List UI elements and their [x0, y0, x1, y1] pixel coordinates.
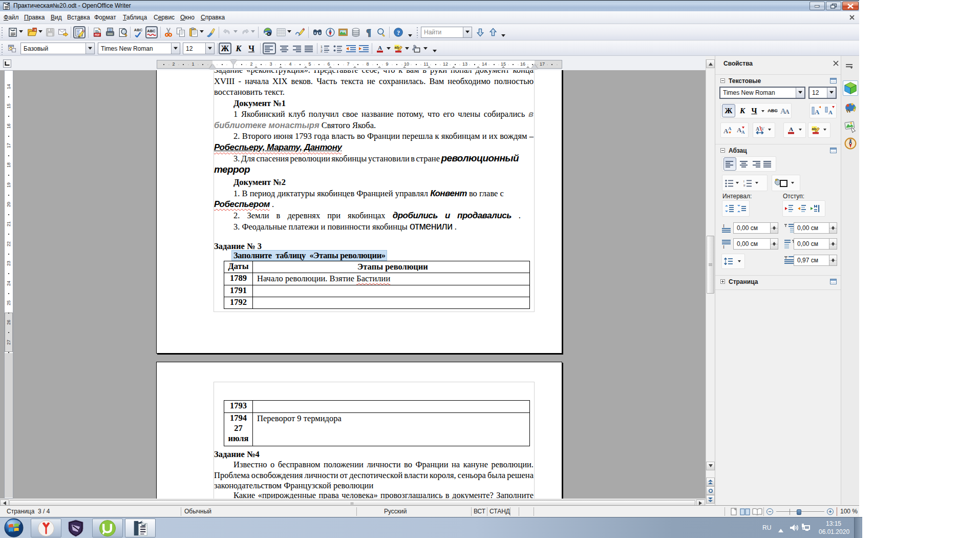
align-left-button[interactable] [263, 43, 276, 54]
table-cell-stage[interactable]: Этапы революции [253, 261, 530, 273]
view-single-page-button[interactable] [729, 508, 738, 516]
table-cell-date[interactable]: 1789 [224, 273, 253, 285]
increase-spacing-button[interactable] [723, 202, 735, 215]
menu-Файл[interactable]: Файл [4, 11, 19, 24]
view-book-button[interactable] [752, 508, 762, 516]
sidebar-font-name-combo-dropdown[interactable] [796, 88, 804, 98]
zoom-button[interactable] [375, 26, 388, 38]
taskbar-app-openoffice-writer[interactable] [125, 519, 156, 537]
character-spacing-dropdown-arrow[interactable] [768, 129, 771, 132]
paragraph-properties-collapse-box[interactable] [720, 148, 725, 153]
table-cell-stage[interactable]: Переворот 9 термидора [253, 413, 530, 446]
vscroll-thumb[interactable] [707, 236, 714, 294]
superscript-button[interactable]: AA [722, 123, 734, 137]
line-spacing-dropdown-arrow[interactable] [738, 260, 741, 264]
document-text-line[interactable]: Какие «прирожденные права человека» пров… [233, 490, 534, 499]
edit-file-button[interactable] [73, 26, 86, 38]
tray-time[interactable]: 13:15 [826, 520, 841, 527]
statusbar-style[interactable]: Обычный [184, 508, 211, 515]
document-text-line[interactable]: Известно о бесправном положении личности… [233, 459, 534, 470]
auto-spellcheck-button[interactable] [145, 26, 158, 38]
first-line-indent-marker[interactable] [230, 60, 237, 65]
redo-dropdown-arrow[interactable] [251, 30, 255, 35]
document-text-line[interactable]: Задание №4 [214, 449, 534, 460]
menu-Сервис[interactable]: Сервис [154, 11, 175, 24]
toolbar-grip[interactable] [1, 44, 4, 55]
taskbar-app-yandex-browser[interactable] [31, 519, 61, 537]
paste-dropdown-arrow[interactable] [200, 30, 204, 35]
paragraph-properties-dialog-launcher[interactable] [830, 148, 837, 153]
sidebar-bold-button[interactable]: Ж [722, 104, 735, 117]
find-toolbar-overflow-arrow[interactable] [501, 34, 505, 39]
document-text-line[interactable]: 3. Для спасения революции якобинцы устан… [233, 153, 519, 164]
document-text-line[interactable]: 1 Якобинский клуб получил свое название … [233, 109, 534, 120]
table-cell-date[interactable]: Даты [224, 261, 253, 273]
scroll-down-button[interactable] [706, 462, 715, 470]
decrease-spacing-button[interactable] [736, 202, 747, 215]
find-next-button[interactable] [474, 26, 486, 38]
text-properties-collapse-box[interactable] [720, 78, 725, 83]
vertical-scrollbar[interactable] [706, 59, 714, 505]
menu-Справка[interactable]: Справка [201, 11, 225, 24]
spacing-below-field-spinner[interactable] [771, 238, 778, 250]
print-preview-button[interactable] [117, 26, 129, 38]
paragraph-background-button[interactable] [774, 176, 789, 190]
statusbar-language[interactable]: Русский [384, 508, 407, 515]
spacing-above-field[interactable]: 0,00 см [733, 222, 771, 234]
copy-button[interactable] [175, 26, 187, 38]
right-indent-marker[interactable] [531, 64, 538, 69]
paste-button[interactable] [187, 26, 200, 38]
align-center-button[interactable] [278, 43, 290, 54]
table-cell-date[interactable]: 179427июля [224, 413, 253, 446]
sidebar-highlighting-button[interactable] [809, 123, 822, 137]
underline-button[interactable]: Ч [245, 43, 258, 54]
export-pdf-button[interactable] [91, 26, 103, 38]
bullet-list-button[interactable] [332, 43, 344, 54]
indent-before-field-spinner[interactable] [829, 222, 837, 234]
hyperlink-button[interactable] [262, 26, 274, 38]
sidebar-case-button[interactable]: AA [780, 104, 791, 117]
sidebar-strikethrough-button[interactable]: ABC [766, 104, 779, 117]
paragraph-background-dropdown-arrow[interactable] [791, 182, 794, 185]
sidebar-numbered-list-button[interactable]: III [742, 176, 753, 190]
text-properties-dialog-launcher[interactable] [830, 78, 837, 84]
align-right-button[interactable] [290, 43, 302, 54]
stages-table-page3[interactable]: ДатыЭтапы революции1789Начало революции.… [224, 261, 530, 309]
decrease-font-button[interactable]: A [824, 104, 836, 117]
underline-dropdown-arrow[interactable] [761, 110, 764, 114]
document-canvas[interactable]: Задание «реконструкция». Представьте себ… [0, 70, 706, 499]
background-color-button[interactable] [410, 43, 422, 54]
indent-after-field[interactable]: 0,00 см [794, 238, 829, 250]
numbered-list-button[interactable]: 12 [319, 43, 331, 54]
email-button[interactable] [57, 26, 69, 38]
font-name-combo-dropdown[interactable] [171, 43, 180, 54]
statusbar-insert-mode[interactable]: ВСТ [474, 508, 485, 515]
document-text-line[interactable]: Заполните таблицу «Этапы революции» [232, 250, 551, 261]
nonprinting-characters-button[interactable] [363, 26, 375, 38]
sidebar-tab-clipart[interactable] [843, 118, 858, 134]
align-justify-button[interactable] [303, 43, 314, 54]
find-input[interactable]: Найти [421, 27, 472, 38]
font-size-combo-dropdown[interactable] [205, 43, 214, 54]
highlighting-button[interactable] [392, 43, 404, 54]
table-dropdown-arrow[interactable] [287, 30, 291, 35]
sidebar-decrease-indent-button[interactable] [796, 202, 807, 215]
document-text-line[interactable]: 3. Феодальные платежи и повинности якоби… [233, 221, 534, 233]
sidebar-underline-button[interactable]: Ч [749, 104, 759, 117]
left-indent-marker[interactable] [209, 64, 216, 69]
save-button[interactable] [44, 26, 56, 38]
sidebar-align-center-button[interactable] [738, 157, 750, 171]
subscript-button[interactable]: AA [735, 123, 748, 137]
sidebar-italic-button[interactable]: К [737, 104, 748, 117]
line-spacing-button[interactable] [722, 255, 735, 268]
tab-stop-type-selector[interactable] [3, 59, 11, 68]
table-cell-stage[interactable] [253, 285, 530, 297]
undo-button[interactable] [221, 26, 233, 38]
gallery-button[interactable] [337, 26, 349, 38]
indent-after-field-spinner[interactable] [829, 238, 837, 250]
close-document-icon[interactable] [849, 14, 855, 20]
sidebar-font-size-combo[interactable]: 12 [808, 87, 837, 99]
cut-button[interactable] [162, 26, 175, 38]
spellcheck-button[interactable] [133, 26, 145, 38]
increase-indent-button[interactable] [357, 43, 370, 54]
